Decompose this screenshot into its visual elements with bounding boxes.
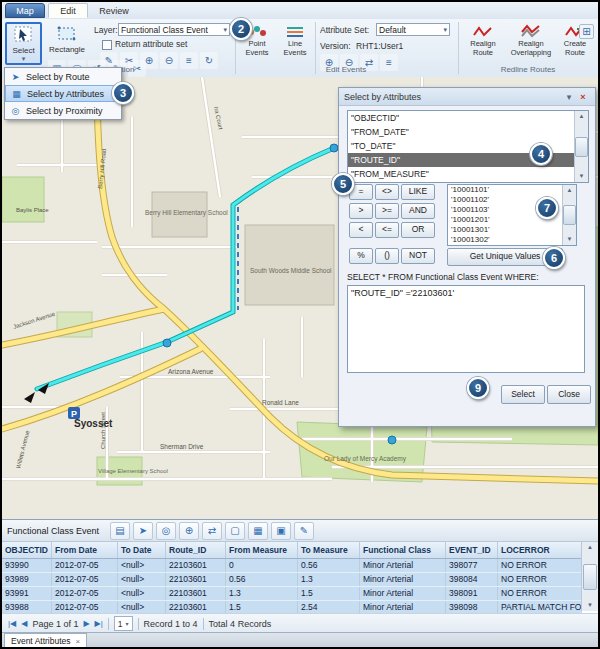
point-events-label: Point Events xyxy=(240,40,274,57)
menu-item-select-by-route[interactable]: ➤ Select by Route xyxy=(5,68,121,85)
op-notequal-button[interactable]: <> xyxy=(375,184,399,200)
fields-scrollbar[interactable]: ▲ ▼ xyxy=(574,111,588,182)
cell: Minor Arterial xyxy=(360,587,446,600)
column-header[interactable]: EVENT_ID xyxy=(446,542,498,558)
menu-item-select-by-attributes[interactable]: ▦ Select by Attributes xyxy=(5,85,121,102)
tab-event-attributes[interactable]: Event Attributes × xyxy=(4,633,87,648)
close-tab-icon[interactable]: × xyxy=(76,637,81,646)
tab-edit[interactable]: Edit xyxy=(48,3,88,18)
cell: 398084 xyxy=(446,573,498,586)
table-row[interactable]: 93990 2012-07-05 <null> 22103601 0 0.56 … xyxy=(2,559,582,573)
select-cursor-icon xyxy=(14,26,34,46)
pan-to-selected-icon[interactable]: ⊕ xyxy=(179,522,199,540)
scrollbar-thumb[interactable] xyxy=(575,137,588,157)
scroll-up-icon[interactable]: ▲ xyxy=(579,111,585,122)
value-item[interactable]: '10001302' xyxy=(448,235,562,245)
table-title: Functional Class Event xyxy=(7,526,99,536)
scrollbar-thumb[interactable] xyxy=(583,564,597,590)
dialog-close-button[interactable]: Close xyxy=(547,385,591,404)
op-like-button[interactable]: LIKE xyxy=(401,184,435,200)
column-header[interactable]: LOCERROR xyxy=(498,542,582,558)
menu-item-label: Select by Route xyxy=(26,72,90,82)
scroll-down-icon[interactable]: ▼ xyxy=(579,171,585,182)
op-percent-button[interactable]: % xyxy=(349,248,373,264)
op-greaterequal-button[interactable]: >= xyxy=(375,203,399,219)
op-and-button[interactable]: AND xyxy=(401,203,435,219)
realign-route-icon xyxy=(473,24,493,38)
next-page-icon[interactable]: ▶ xyxy=(83,619,89,628)
op-less-button[interactable]: < xyxy=(349,222,373,238)
column-header[interactable]: To Measure xyxy=(298,542,360,558)
chevron-down-icon: ▾ xyxy=(126,618,129,630)
field-item[interactable]: "FROM_MEASURE" xyxy=(348,167,574,181)
dialog-collapse-icon[interactable]: ▾ xyxy=(562,92,576,102)
column-header[interactable]: To Date xyxy=(118,542,166,558)
column-header[interactable]: Route_ID xyxy=(166,542,226,558)
realign-route-label: Realign Route xyxy=(462,40,504,57)
scroll-up-icon[interactable]: ▲ xyxy=(587,542,593,553)
realign-overlapping-button[interactable]: Realign Overlapping xyxy=(508,22,554,68)
select-button[interactable]: Select ▾ xyxy=(5,22,42,65)
scroll-down-icon[interactable]: ▼ xyxy=(567,234,573,245)
scrollbar-thumb[interactable] xyxy=(563,205,576,225)
tab-map[interactable]: Map xyxy=(5,3,45,18)
dialog-select-button[interactable]: Select xyxy=(501,385,545,404)
dialog-close-icon[interactable]: × xyxy=(576,92,590,102)
values-scrollbar[interactable]: ▲ ▼ xyxy=(562,185,576,245)
attribute-set-combobox[interactable]: Default ▾ xyxy=(376,23,450,36)
table-row[interactable]: 93989 2012-07-05 <null> 22103601 0.56 1.… xyxy=(2,573,582,587)
column-header[interactable]: Functional Class xyxy=(360,542,446,558)
layer-combobox[interactable]: Functional Class Event ▾ xyxy=(118,23,230,36)
field-item[interactable]: "OBJECTID" xyxy=(348,111,574,125)
realign-route-button[interactable]: Realign Route xyxy=(462,22,504,68)
column-header[interactable]: OBJECTID xyxy=(2,542,52,558)
select-dropdown-menu: ➤ Select by Route ▦ Select by Attributes… xyxy=(4,67,122,120)
select-records-icon[interactable]: ➤ xyxy=(133,522,153,540)
op-greater-button[interactable]: > xyxy=(349,203,373,219)
return-attribute-set-checkbox[interactable] xyxy=(102,40,112,50)
last-page-icon[interactable]: ▶| xyxy=(95,619,103,628)
separator xyxy=(138,618,139,630)
page-size-value: 1 xyxy=(118,618,123,630)
attribute-set-value: Default xyxy=(379,24,406,36)
cell: Minor Arterial xyxy=(360,573,446,586)
table-row[interactable]: 93991 2012-07-05 <null> 22103601 1.3 1.5… xyxy=(2,587,582,601)
chevron-down-icon: ▾ xyxy=(223,24,227,36)
op-not-button[interactable]: NOT xyxy=(401,248,435,264)
clear-selection-icon[interactable]: ▢ xyxy=(225,522,245,540)
table-options-icon[interactable]: ▤ xyxy=(110,522,130,540)
scroll-down-icon[interactable]: ▼ xyxy=(587,600,593,611)
callout-7: 7 xyxy=(536,197,558,219)
switch-selection-icon[interactable]: ⇄ xyxy=(202,522,222,540)
where-clause-textarea[interactable]: "ROUTE_ID" ='22103601' xyxy=(347,285,585,373)
ribbon-launcher-icon[interactable]: ⊞ xyxy=(579,24,594,39)
ribbon-tab-bar: Map Edit Review xyxy=(2,2,598,19)
cell: <null> xyxy=(118,559,166,572)
menu-item-select-by-proximity[interactable]: ◎ Select by Proximity xyxy=(5,102,121,119)
zoom-to-selected-icon[interactable]: ◎ xyxy=(156,522,176,540)
field-item[interactable]: "FROM_DATE" xyxy=(348,125,574,139)
rectangle-button[interactable]: Rectangle xyxy=(46,22,88,65)
dialog-titlebar[interactable]: Select by Attributes ▾ × xyxy=(339,88,595,106)
table-scrollbar[interactable]: ▲ ▼ xyxy=(581,542,598,611)
first-page-icon[interactable]: |◀ xyxy=(8,619,16,628)
view-attributes-icon[interactable]: ▦ xyxy=(248,522,268,540)
rectangle-button-label: Rectangle xyxy=(49,45,85,54)
op-or-button[interactable]: OR xyxy=(401,222,435,238)
column-header[interactable]: From Measure xyxy=(226,542,298,558)
op-parens-button[interactable]: () xyxy=(375,248,399,264)
scroll-up-icon[interactable]: ▲ xyxy=(567,185,573,196)
line-events-button[interactable]: Line Events xyxy=(278,22,312,68)
edit-records-icon[interactable]: ✎ xyxy=(294,522,314,540)
edit-events-group-label: Edit Events xyxy=(235,65,457,75)
highlight-selected-icon[interactable]: ▣ xyxy=(271,522,291,540)
total-records-label: Total 4 Records xyxy=(209,619,272,629)
value-item[interactable]: '10001301' xyxy=(448,225,562,235)
previous-page-icon[interactable]: ◀ xyxy=(21,619,27,628)
op-lessequal-button[interactable]: <= xyxy=(375,222,399,238)
callout-2: 2 xyxy=(230,18,252,40)
page-size-dropdown[interactable]: 1 ▾ xyxy=(114,616,133,631)
value-item[interactable]: '10001101' xyxy=(448,185,562,195)
column-header[interactable]: From Date xyxy=(52,542,118,558)
tab-review[interactable]: Review xyxy=(91,3,137,18)
